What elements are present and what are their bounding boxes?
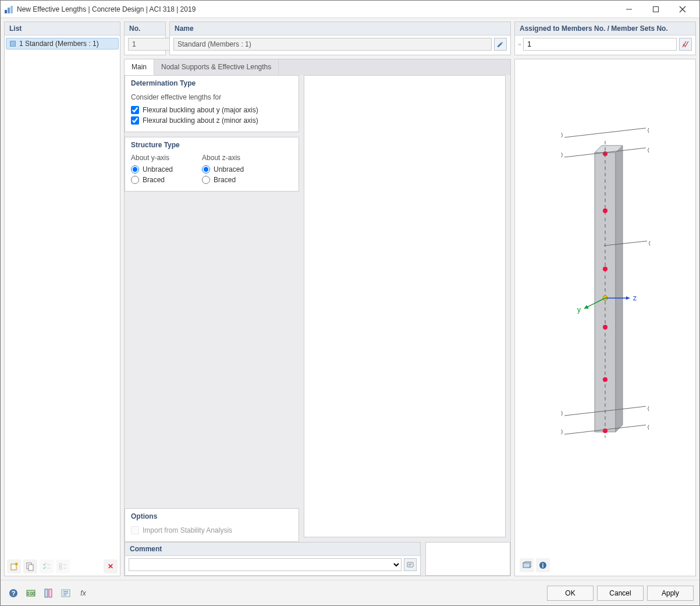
tab-nodal-supports[interactable]: Nodal Supports & Effective Lengths [154,59,279,75]
comment-combo[interactable] [129,558,401,571]
tab-main[interactable]: Main [125,59,154,75]
minimize-button[interactable] [616,1,642,18]
settings-empty-column [304,75,506,537]
bottom-right-buttons: OK Cancel Apply [547,586,694,601]
no-header: No. [125,22,165,36]
svg-text:?: ? [12,590,16,597]
design-code-icon[interactable] [41,586,55,600]
svg-rect-40 [523,563,530,568]
units-icon[interactable]: 0.00 [24,586,38,600]
check-flex-z[interactable]: Flexural buckling about z (minor axis) [131,115,293,126]
check-flex-y[interactable]: Flexural buckling about y (major axis) [131,105,293,115]
radio-z-unbraced-input[interactable] [202,165,210,173]
radio-y-unbraced-label: Unbraced [143,165,173,173]
svg-rect-0 [5,10,7,13]
default-values-icon[interactable] [59,586,73,600]
preview-panel: z y [514,59,696,576]
maximize-button[interactable] [642,1,669,18]
check-stability-box [131,526,139,534]
edit-name-icon[interactable] [494,38,507,51]
check-flex-y-box[interactable] [131,106,139,114]
svg-point-27 [603,325,607,329]
cancel-button[interactable]: Cancel [597,586,644,601]
svg-rect-10 [29,565,33,570]
svg-marker-22 [616,146,623,432]
check-flex-z-label: Flexural buckling about z (minor axis) [143,116,258,125]
svg-marker-32 [626,296,630,300]
axis-y-label: y [577,306,581,314]
y-axis-heading: About y-axis [131,154,173,164]
preview-toolbar: i [520,558,550,572]
svg-text:fx: fx [80,589,86,597]
left-column: List 1 Standard (Members : 1) [4,22,120,576]
delete-icon[interactable]: ✕ [104,559,118,573]
check-flex-z-box[interactable] [131,116,139,125]
determination-group: Determination Type Consider effective le… [125,75,299,132]
dialog-body: List 1 Standard (Members : 1) [1,18,699,580]
assigned-panel: Assigned to Members No. / Member Sets No… [514,22,696,55]
svg-text:0.00: 0.00 [27,591,35,596]
radio-z-braced-input[interactable] [202,176,210,184]
list-header: List [5,22,120,36]
radio-y-braced-input[interactable] [131,176,139,184]
check-stability-label: Import from Stability Analysis [143,526,232,534]
axis-z-label: z [633,294,637,302]
no-panel: No. [124,22,166,55]
svg-text:i: i [542,562,544,569]
preview-view-icon[interactable] [520,558,534,572]
comment-panel: Comment [125,542,421,576]
svg-point-26 [603,267,607,271]
list-panel: List 1 Standard (Members : 1) [4,22,120,576]
window-controls [616,1,696,18]
svg-rect-48 [49,589,52,597]
close-button[interactable] [669,1,696,18]
svg-line-36 [564,128,646,137]
function-icon[interactable]: fx [76,586,90,600]
name-panel: Name [169,22,511,55]
apply-button[interactable]: Apply [647,586,694,601]
assigned-input[interactable] [523,38,677,51]
structure-group: Structure Type About y-axis Unbraced [125,137,299,192]
svg-rect-14 [59,567,62,569]
options-group: Options Import from Stability Analysis [125,508,299,542]
mid-row: Main Nodal Supports & Effective Lengths … [124,59,696,576]
radio-y-braced[interactable]: Braced [131,175,173,185]
uncheck-icon[interactable] [56,559,70,573]
copy-icon[interactable] [23,559,37,573]
radio-z-braced-label: Braced [214,176,236,184]
radio-z-unbraced-label: Unbraced [214,165,244,173]
preview-svg: z y [515,59,695,537]
radio-y-unbraced[interactable]: Unbraced [131,164,173,175]
bottom-bar: ? 0.00 fx OK Cancel Apply [1,580,699,605]
structure-title: Structure Type [125,137,299,151]
svg-rect-2 [10,6,13,13]
svg-rect-47 [45,589,48,597]
name-input[interactable] [173,38,492,51]
list-item-label: 1 Standard (Members : 1) [19,40,99,48]
list-body: 1 Standard (Members : 1) [5,36,120,557]
pick-members-icon[interactable] [679,38,692,51]
radio-z-unbraced[interactable]: Unbraced [202,164,244,175]
tabs-area: Main Nodal Supports & Effective Lengths … [124,59,511,576]
svg-rect-4 [653,6,659,12]
name-header: Name [170,22,510,36]
comment-header: Comment [125,543,420,556]
tab-body: Determination Type Consider effective le… [125,75,510,542]
radio-z-braced[interactable]: Braced [202,175,244,185]
help-icon[interactable]: ? [6,586,20,600]
checklist-icon[interactable] [40,559,54,573]
dialog-window: New Effective Lengths | Concrete Design … [0,0,700,606]
settings-column: Determination Type Consider effective le… [125,75,299,542]
comment-side-panel [425,542,510,576]
svg-point-28 [603,377,607,382]
svg-rect-13 [59,564,62,566]
radio-y-unbraced-input[interactable] [131,165,139,173]
comment-edit-icon[interactable] [404,558,417,571]
window-title: New Effective Lengths | Concrete Design … [17,5,616,13]
determination-sub: Consider effective lengths for [131,92,293,105]
ok-button[interactable]: OK [547,586,594,601]
list-item[interactable]: 1 Standard (Members : 1) [6,38,119,49]
preview-info-icon[interactable]: i [536,558,550,572]
new-icon[interactable] [7,559,21,573]
top-row: No. Name Assigned to Members No. [124,22,696,55]
